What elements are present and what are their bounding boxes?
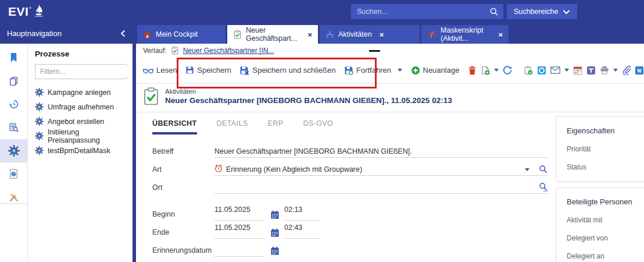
ende-time-input[interactable]: 02:43: [284, 224, 320, 239]
betreff-input[interactable]: Neuer Geschäftspartner [INGEBORG BACHMAN…: [214, 143, 548, 158]
record-type: Aktivitäten: [165, 88, 452, 95]
process-gear-icon: [35, 117, 44, 126]
field-status[interactable]: Status: [567, 163, 644, 171]
form-tab-uebersicht[interactable]: ÜBERSICHT: [152, 119, 197, 134]
tab-maskenskript[interactable]: Maskenskript (Aktivit... ×: [421, 25, 509, 44]
tab-mein-cockpit[interactable]: Mein Cockpit: [137, 25, 226, 44]
collapse-dash[interactable]: [369, 50, 380, 52]
ende-date-input[interactable]: 11.05.2025: [214, 224, 264, 239]
processes-panel: Prozesse Kampagne anlegen Umfrage aufneh…: [28, 44, 133, 262]
teams-button[interactable]: [586, 66, 596, 75]
magnifier-icon[interactable]: [539, 165, 548, 174]
refresh-button[interactable]: [503, 66, 512, 75]
process-item-umfrage[interactable]: Umfrage aufnehmen: [35, 100, 127, 114]
content-area: Verlauf: Neuer Geschäftspartner [IN... L…: [136, 44, 644, 262]
clipboard-check-icon: [233, 30, 242, 39]
toolbar: Lesen Speichern Speichern und schließen …: [136, 57, 644, 83]
close-icon[interactable]: ×: [380, 30, 384, 39]
calendar-field-icon[interactable]: [270, 246, 280, 256]
form-tabs: ÜBERSICHT DETAILS ERP DS-GVO: [152, 119, 333, 134]
new-document-dropdown-caret[interactable]: [494, 69, 499, 72]
magnifier-ellipsis-icon[interactable]: [539, 182, 548, 192]
tab-label: Maskenskript (Aktivit...: [441, 26, 491, 43]
save-button[interactable]: Speichern: [185, 66, 231, 75]
pages-icon: [9, 76, 19, 86]
rail-bookmarks[interactable]: [0, 46, 27, 69]
close-icon[interactable]: ×: [307, 30, 312, 39]
beginn-date-input[interactable]: 11.05.2025: [214, 206, 264, 221]
search-input[interactable]: [356, 7, 489, 16]
erinnerungsdatum-input[interactable]: [214, 242, 264, 257]
search-scopes-button[interactable]: Suchbereiche: [507, 4, 577, 19]
rail-processes[interactable]: [0, 139, 27, 162]
attachment-button[interactable]: [622, 66, 631, 75]
sidebar-header-label: Hauptnavigation: [7, 29, 62, 38]
properties-panel: Eigenschaften Priorität Status: [556, 116, 644, 182]
tab-aktivitaeten[interactable]: Aktivitäten ×: [320, 25, 420, 44]
new-document-button[interactable]: [481, 66, 490, 75]
continue-button[interactable]: Fortfahren: [344, 66, 391, 75]
chevron-down-icon: [563, 9, 570, 15]
close-icon[interactable]: ×: [498, 30, 503, 39]
new-record-button[interactable]: Neuanlage: [411, 66, 460, 75]
print-button[interactable]: [600, 66, 609, 75]
read-button[interactable]: Lesen: [143, 66, 177, 75]
field-aktivitaet-mit[interactable]: Aktivität mit: [567, 216, 644, 224]
continue-dropdown-caret[interactable]: [398, 69, 402, 72]
ort-input[interactable]: [214, 179, 548, 194]
rail-tools[interactable]: [0, 186, 27, 209]
process-item-angebot[interactable]: Angebot erstellen: [35, 114, 127, 129]
task-complete-button[interactable]: [524, 66, 533, 75]
form-tab-erp[interactable]: ERP: [268, 119, 284, 134]
filter-input[interactable]: [39, 67, 131, 76]
art-dropdown-caret[interactable]: [525, 168, 529, 171]
print-dropdown-caret[interactable]: [613, 69, 618, 72]
record-header: Aktivitäten Neuer Geschäftspartner [INGE…: [143, 87, 452, 105]
rail-history[interactable]: [0, 93, 27, 116]
filter-box: [35, 64, 127, 79]
history-link[interactable]: Neuer Geschäftspartner [IN...: [183, 47, 274, 55]
field-delegiert-von[interactable]: Delegiert von: [567, 234, 644, 242]
process-item-label: Umfrage aufnehmen: [48, 103, 114, 111]
field-delegiert-an[interactable]: Delegiert an: [567, 252, 644, 260]
app-logo-mark: °: [29, 6, 31, 12]
word-export-button[interactable]: [635, 66, 644, 75]
collapse-chevron-icon[interactable]: [120, 30, 126, 37]
save-and-close-button[interactable]: Speichern und schließen: [239, 66, 335, 75]
process-item-label: testBpmDetailMask: [48, 147, 110, 155]
art-select[interactable]: Erinnerung (Kein Abgleich mit Groupware): [214, 161, 548, 176]
new-doc-icon: [481, 66, 490, 75]
calendar-field-icon[interactable]: [270, 228, 280, 238]
rail-reports[interactable]: [0, 162, 27, 186]
field-prioritaet[interactable]: Priorität: [567, 145, 644, 153]
panel-title: Prozesse: [35, 49, 127, 58]
search-icon[interactable]: [489, 7, 499, 16]
process-item-kampagne[interactable]: Kampagne anlegen: [35, 85, 127, 100]
email-button[interactable]: [550, 66, 560, 74]
search-scopes-label: Suchbereiche: [514, 8, 558, 16]
field-label: Ende: [152, 228, 214, 239]
form-tab-dsgvo[interactable]: DS-GVO: [303, 119, 333, 134]
calendar-button[interactable]: [573, 66, 582, 75]
rail-divider: [0, 203, 27, 204]
process-item-testbpm[interactable]: testBpmDetailMask: [35, 143, 127, 158]
beginn-time-input[interactable]: 02:13: [284, 206, 320, 221]
glasses-icon: [143, 67, 153, 74]
field-row-beginn: Beginn 11.05.2025 02:13: [152, 206, 548, 221]
outlook-button[interactable]: [537, 66, 546, 75]
rail-pages[interactable]: [0, 69, 27, 93]
field-label: Beginn: [152, 210, 214, 221]
betreff-value: Neuer Geschäftspartner [INGEBORG BACHMAN…: [214, 147, 548, 155]
form-tab-details[interactable]: DETAILS: [217, 119, 248, 134]
history-icon: [9, 99, 19, 109]
field-label: Erinnerungsdatum: [152, 246, 214, 257]
email-dropdown-caret[interactable]: [564, 69, 569, 72]
rail-list-search[interactable]: [0, 116, 27, 139]
process-item-initiierung[interactable]: Initiierung Preisanpassung: [35, 129, 127, 143]
process-item-label: Initiierung Preisanpassung: [48, 128, 127, 144]
process-gear-icon: [35, 102, 44, 111]
calendar-field-icon[interactable]: [270, 210, 280, 219]
delete-button[interactable]: [468, 66, 477, 75]
process-item-label: Kampagne anlegen: [48, 88, 110, 97]
tab-neuer-geschaeftspartner[interactable]: Neuer Geschäftspart... ×: [227, 25, 318, 44]
